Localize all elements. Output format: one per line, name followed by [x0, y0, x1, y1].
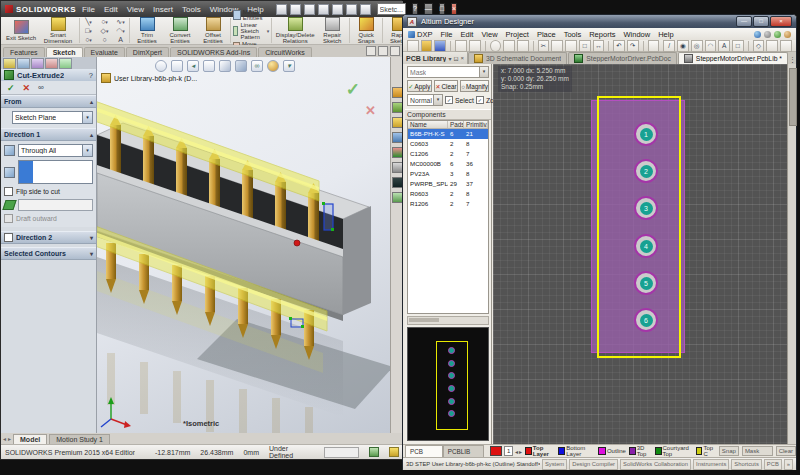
display-style-icon[interactable] [235, 60, 247, 72]
pm-cancel-button[interactable]: ✕ [23, 83, 31, 93]
draft-icon[interactable] [2, 200, 16, 210]
view-settings-icon[interactable]: ▾ [283, 60, 295, 72]
pcb-panels-button[interactable]: PCB [764, 459, 782, 470]
place-arc-icon[interactable]: ◠ [705, 40, 717, 52]
doc-restore-icon[interactable] [378, 46, 388, 56]
apply-button[interactable]: ✓Apply [407, 80, 432, 92]
pcb-editor-canvas[interactable]: x: 7.000 dx: 5.250 mm y: 0.000 dy: 26.25… [493, 64, 787, 444]
options-icon[interactable] [360, 4, 371, 15]
draft-angle-field[interactable] [18, 199, 93, 211]
minimize-button[interactable]: — [736, 16, 752, 27]
room-icon[interactable] [766, 40, 778, 52]
file-explorer-icon[interactable] [392, 117, 403, 128]
solidworks-search-input[interactable]: Sketc... [377, 3, 406, 15]
component-row[interactable]: PWRPB_SPL82937 [408, 179, 488, 189]
section-view-icon[interactable] [203, 60, 215, 72]
panel-close-icon[interactable]: × [461, 55, 465, 62]
pm-help-icon[interactable]: ? [89, 71, 93, 80]
rebuild-icon[interactable] [346, 4, 357, 15]
new-icon[interactable] [407, 40, 419, 52]
menu-dxp[interactable]: DXP [408, 30, 432, 39]
pm-ok-button[interactable]: ✓ [7, 83, 15, 93]
cut-icon[interactable]: ✂ [538, 40, 550, 52]
footprint-preview[interactable] [407, 327, 489, 441]
tab-dimxpert[interactable]: DimXpert [126, 47, 169, 57]
grid-icon[interactable] [780, 40, 792, 52]
mode-select[interactable]: Normal▾ [407, 94, 443, 106]
tab-sketch[interactable]: Sketch [46, 47, 83, 57]
view-palette-icon[interactable] [392, 132, 403, 143]
clear-button[interactable]: Clear [776, 446, 796, 456]
component-row[interactable]: R060328 [408, 189, 488, 199]
flip-side-checkbox[interactable] [4, 187, 13, 196]
end-condition-select[interactable]: Through All▾ [18, 144, 93, 157]
tab-motion-study[interactable]: Motion Study 1 [49, 434, 110, 444]
instruments-button[interactable]: Instruments [693, 459, 729, 470]
linear-pattern-button[interactable]: Linear Sketch Pattern▾ [233, 22, 269, 40]
add-icon[interactable] [774, 31, 781, 38]
circle-tool-icon[interactable]: ○▾ [98, 18, 111, 26]
repair-sketch-button[interactable]: Repair Sketch [317, 17, 347, 45]
layer-tab-outline[interactable]: Outline [598, 447, 626, 455]
save-icon[interactable] [434, 40, 446, 52]
components-table-header[interactable]: NamePadsPrimitiv... [408, 121, 488, 129]
layer-scroll-right-icon[interactable]: ▸ [519, 448, 522, 455]
save-icon[interactable] [304, 4, 315, 15]
forum-icon[interactable] [392, 177, 403, 188]
zoom-fit-icon[interactable] [517, 40, 529, 52]
mask-level-button[interactable]: Mask Level [742, 446, 773, 456]
components-hscrollbar[interactable] [407, 316, 489, 325]
open-icon[interactable] [290, 4, 301, 15]
menu-tools[interactable]: Tools [564, 30, 582, 39]
reverse-direction-icon[interactable] [4, 145, 15, 156]
spline-tool-icon[interactable]: ∿▾ [114, 18, 127, 26]
zoom-area-icon[interactable] [503, 40, 515, 52]
dropdown-icon[interactable]: ▾ [479, 67, 488, 77]
layer-tab-courtyard-top[interactable]: Courtyard Top [655, 445, 693, 457]
menu-file[interactable]: File [440, 30, 452, 39]
layer-spin-value[interactable]: 1 [504, 446, 513, 456]
select-icon[interactable]: □ [579, 40, 591, 52]
previous-view-icon[interactable]: ◂ [187, 60, 199, 72]
solidworks-resources-icon[interactable] [392, 87, 403, 98]
mirror-entities-button[interactable]: Mirror Entities [233, 9, 269, 21]
pad-1[interactable]: 1 [634, 122, 658, 146]
unit-system-select[interactable] [324, 447, 360, 458]
featuremanager-tab-icon[interactable] [3, 58, 16, 69]
pad-2[interactable]: 2 [634, 159, 658, 183]
section-direction2-header[interactable]: Direction 2▾ [1, 231, 96, 244]
view-orientation-icon[interactable] [219, 60, 231, 72]
edit-appearance-icon[interactable] [267, 60, 279, 72]
paste-icon[interactable] [565, 40, 577, 52]
display-delete-relations-button[interactable]: Display/Delete Relations [274, 17, 316, 45]
component-row[interactable]: MC00000B636 [408, 159, 488, 169]
clear-button[interactable]: ✕Clear [434, 80, 459, 92]
direction2-checkbox[interactable] [4, 233, 13, 242]
direction-selection-box[interactable] [18, 160, 93, 184]
displaymanager-tab-icon[interactable] [59, 58, 72, 69]
pad-6[interactable]: 6 [634, 308, 658, 332]
collaboration-icon[interactable] [392, 192, 403, 203]
convert-entities-button[interactable]: Convert Entities [163, 17, 197, 45]
shortcuts-button[interactable]: Shortcuts [731, 459, 762, 470]
undo-icon[interactable]: ↶ [613, 40, 625, 52]
text-tool-icon[interactable]: A [114, 36, 127, 44]
move-icon[interactable]: ↔ [593, 40, 605, 52]
component-row[interactable]: B6B-PH-K-S621 [408, 129, 488, 139]
smart-dimension-button[interactable]: Smart Dimension [39, 17, 77, 45]
section-contours-header[interactable]: Selected Contours▾ [1, 247, 96, 260]
rectangle-tool-icon[interactable]: □▾ [82, 27, 95, 35]
zoom-area-icon[interactable] [171, 60, 183, 72]
pm-preview-icon[interactable]: ∞ [38, 83, 44, 92]
quick-snaps-button[interactable]: Quick Snaps [352, 17, 380, 45]
status-icon[interactable] [764, 31, 771, 38]
design-library-icon[interactable] [392, 102, 403, 113]
doc-close-icon[interactable] [390, 46, 400, 56]
arrange-icon[interactable]: ◇ [753, 40, 765, 52]
layer-tab-bottom-layer[interactable]: Bottom Layer [558, 445, 594, 457]
system-panels-button[interactable]: System [542, 459, 567, 470]
scroll-tabs-right-icon[interactable]: ▸ [8, 435, 11, 442]
pad-5[interactable]: 5 [634, 271, 658, 295]
menu-edit[interactable]: Edit [461, 30, 474, 39]
new-icon[interactable] [276, 4, 287, 15]
